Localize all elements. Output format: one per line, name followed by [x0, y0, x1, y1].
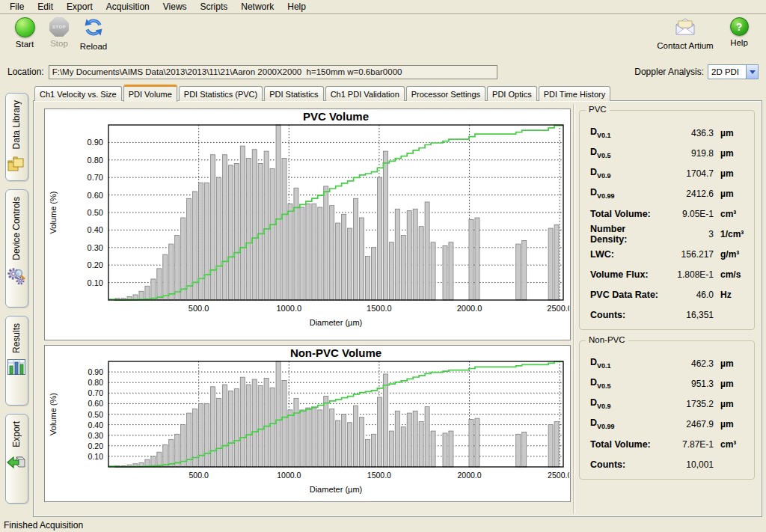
svg-text:Non-PVC Volume: Non-PVC Volume: [290, 346, 382, 359]
stat-row-dv099: DV0.99 2467.9 µm: [590, 414, 748, 434]
stat-row-dv05: DV0.5 919.8 µm: [590, 143, 748, 163]
svg-text:0.60: 0.60: [88, 191, 103, 200]
svg-text:1500.0: 1500.0: [367, 304, 392, 313]
location-row: Location: Doppler Analysis: 2D PDI: [0, 61, 766, 82]
svg-text:0.30: 0.30: [88, 431, 104, 440]
stat-value: 1.808E-1: [660, 269, 714, 280]
tab-pdi-statistics[interactable]: PDI Statistics: [264, 86, 323, 101]
svg-text:0.40: 0.40: [88, 421, 104, 429]
sidebar-item-results[interactable]: Results: [5, 316, 28, 406]
reload-icon: [83, 17, 104, 40]
tab-processor-settings[interactable]: Processor Settings: [406, 86, 485, 101]
start-button[interactable]: Start: [7, 17, 42, 49]
nonpvc-volume-chart: 0.100.200.300.400.500.600.700.800.90500.…: [44, 345, 571, 502]
help-button[interactable]: ? Help: [726, 17, 753, 50]
envelope-icon: [674, 17, 696, 39]
stat-value: 951.3: [660, 379, 714, 389]
doppler-selected-value: 2D PDI: [708, 67, 746, 76]
stat-label: DV0.9: [590, 397, 660, 410]
reload-label: Reload: [80, 42, 107, 51]
menu-network[interactable]: Network: [234, 0, 281, 13]
chevron-down-icon[interactable]: [746, 65, 758, 79]
menu-scripts[interactable]: Scripts: [194, 0, 235, 13]
tab-pdi-time-history[interactable]: PDI Time History: [539, 86, 611, 101]
content-area: Ch1 Velocity vs. Size PDI Volume PDI Sta…: [33, 84, 762, 517]
stat-unit: cm³: [714, 209, 748, 219]
stat-label: DV0.5: [590, 377, 660, 390]
start-label: Start: [16, 40, 34, 49]
stat-unit: µm: [714, 168, 748, 179]
svg-text:Diameter (µm): Diameter (µm): [310, 318, 363, 327]
svg-text:0.70: 0.70: [88, 388, 104, 397]
charts-column: 0.100.200.300.400.500.600.700.800.90500.…: [44, 108, 571, 507]
stat-unit: µm: [714, 379, 748, 389]
stat-row-total-volume: Total Volume: 9.05E-1 cm³: [590, 204, 748, 224]
gears-icon: [7, 266, 26, 288]
menu-views[interactable]: Views: [156, 0, 194, 13]
tab-pdi-statistics-pvc[interactable]: PDI Statistics (PVC): [179, 86, 263, 101]
folders-icon: [7, 155, 26, 175]
sidebar-item-device-controls[interactable]: Device Controls: [5, 189, 28, 308]
svg-text:0.30: 0.30: [88, 243, 103, 252]
stat-row-dv09: DV0.9 1704.7 µm: [590, 163, 748, 183]
menu-export[interactable]: Export: [60, 0, 99, 13]
stat-label: Number Density:: [590, 224, 660, 245]
pvc-groupbox: PVC DV0.1 436.3 µm DV0.5 919.8 µm DV0.9 …: [579, 110, 755, 330]
stats-column: PVC DV0.1 436.3 µm DV0.5 919.8 µm DV0.9 …: [579, 110, 755, 490]
stat-row-lwc: LWC: 156.217 g/m³: [590, 244, 748, 264]
stat-row-number-density: Number Density: 3 1/cm³: [590, 224, 748, 244]
svg-text:1000.0: 1000.0: [277, 471, 301, 480]
stat-unit: µm: [714, 189, 748, 199]
stat-unit: µm: [714, 419, 748, 429]
stop-label: Stop: [50, 39, 68, 48]
stat-value: 156.217: [660, 249, 714, 260]
start-icon: [15, 17, 35, 37]
sidebar-item-export[interactable]: Export: [5, 414, 28, 504]
stat-label: Counts:: [590, 310, 660, 320]
sidebar-label-results: Results: [11, 323, 22, 353]
nonpvc-groupbox: Non-PVC DV0.1 462.3 µm DV0.5 951.3 µm DV…: [579, 340, 755, 480]
stat-row-dv09: DV0.9 1735.2 µm: [590, 394, 748, 414]
reload-button[interactable]: Reload: [76, 17, 111, 51]
stat-unit: 1/cm³: [714, 229, 748, 239]
tab-pdi-optics[interactable]: PDI Optics: [487, 86, 537, 101]
svg-text:500.0: 500.0: [189, 471, 208, 480]
stat-value: 9.05E-1: [660, 209, 714, 219]
stat-label: PVC Data Rate:: [590, 290, 660, 300]
menu-edit[interactable]: Edit: [31, 0, 60, 13]
contact-artium-label: Contact Artium: [657, 41, 713, 50]
svg-text:0.50: 0.50: [88, 410, 104, 419]
svg-text:Volume (%): Volume (%): [49, 192, 58, 234]
stat-row-counts: Counts: 16,351: [590, 305, 748, 325]
stat-label: Counts:: [590, 459, 660, 470]
menu-help[interactable]: Help: [281, 0, 313, 13]
status-bar: Finished Acquisition: [0, 518, 766, 532]
sidebar-label-device-controls: Device Controls: [11, 197, 22, 260]
location-input[interactable]: [49, 65, 497, 79]
stop-button[interactable]: STOP Stop: [42, 17, 76, 48]
svg-text:PVC Volume: PVC Volume: [303, 110, 369, 123]
tab-ch1-velocity-vs-size[interactable]: Ch1 Velocity vs. Size: [34, 86, 122, 101]
stat-unit: µm: [714, 148, 748, 159]
tab-ch1-pdi-validation[interactable]: Ch1 PDI Validation: [325, 86, 405, 101]
sidebar-item-data-library[interactable]: Data Library: [5, 93, 28, 181]
tab-bar: Ch1 Velocity vs. Size PDI Volume PDI Sta…: [33, 84, 762, 101]
stat-label: LWC:: [590, 249, 660, 260]
stat-unit: µm: [714, 358, 748, 369]
stat-value: 2467.9: [660, 419, 714, 429]
contact-artium-button[interactable]: Contact Artium: [654, 17, 717, 50]
export-arrow-icon: [7, 453, 26, 473]
svg-text:Diameter (µm): Diameter (µm): [310, 485, 363, 494]
stat-value: 7.87E-1: [660, 439, 714, 450]
menu-acquisition[interactable]: Acquisition: [99, 0, 156, 13]
stat-value: 16,351: [660, 310, 714, 320]
stat-row-dv01: DV0.1 462.3 µm: [590, 353, 748, 373]
doppler-analysis-select[interactable]: 2D PDI: [708, 64, 759, 79]
tab-pdi-volume[interactable]: PDI Volume: [123, 85, 177, 102]
stat-label: Total Volume:: [590, 439, 660, 450]
stat-unit: g/m³: [714, 249, 748, 260]
menu-file[interactable]: File: [3, 0, 31, 13]
pvc-groupbox-title: PVC: [586, 105, 610, 114]
splitter[interactable]: [573, 104, 575, 513]
stat-unit: µm: [714, 399, 748, 409]
